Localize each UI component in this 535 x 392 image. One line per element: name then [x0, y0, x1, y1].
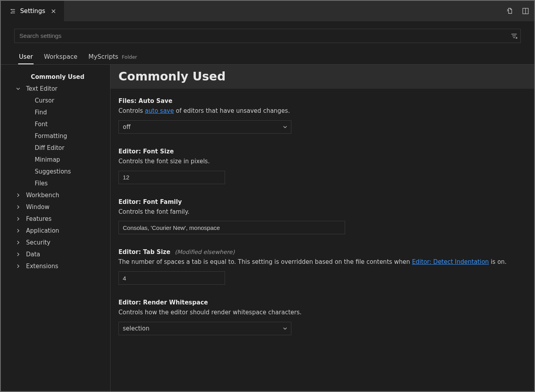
settings-content: User Workspace MyScripts Folder Commonly…: [1, 22, 534, 391]
search-input[interactable]: [14, 29, 521, 43]
toc-suggestions[interactable]: Suggestions: [1, 166, 110, 177]
setting-title: Editor: Render Whitespace: [118, 299, 526, 306]
scope-folder-suffix: Folder: [122, 54, 137, 60]
open-settings-json-icon[interactable]: [504, 6, 515, 17]
toc-find[interactable]: Find: [1, 106, 110, 118]
chevron-right-icon: [15, 263, 21, 269]
toc-application[interactable]: Application: [1, 225, 110, 237]
toc-label: Features: [26, 215, 52, 222]
detect-indentation-link[interactable]: Editor: Detect Indentation: [412, 258, 489, 265]
setting-description: Controls auto save of editors that have …: [118, 107, 526, 116]
setting-description: The number of spaces a tab is equal to. …: [118, 258, 526, 267]
setting-editor-fontfamily: Editor: Font Family Controls the font fa…: [111, 198, 534, 249]
modified-elsewhere-note: (Modified elsewhere): [175, 249, 235, 255]
search-settings: [14, 29, 521, 43]
section-title: Commonly Used: [118, 69, 526, 83]
fontfamily-input[interactable]: [118, 221, 345, 234]
setting-description: Controls the font size in pixels.: [118, 157, 526, 166]
chevron-right-icon: [15, 228, 21, 234]
toc-text-editor[interactable]: Text Editor: [1, 83, 110, 95]
toc-label: Window: [26, 203, 49, 211]
autosave-select-value: off: [118, 120, 291, 134]
setting-files-autosave: Files: Auto Save Controls auto save of e…: [111, 97, 534, 148]
toc-commonly-used[interactable]: Commonly Used: [1, 71, 110, 83]
chevron-right-icon: [15, 192, 21, 198]
chevron-right-icon: [15, 204, 21, 210]
settings-pane: Commonly Used Files: Auto Save Controls …: [111, 65, 534, 391]
toc-label: Text Editor: [26, 85, 58, 92]
toc-label: Security: [26, 239, 51, 246]
toc-label: Data: [26, 251, 40, 258]
settings-file-icon: [9, 8, 16, 15]
toc-cursor[interactable]: Cursor: [1, 95, 110, 106]
autosave-select[interactable]: off: [118, 120, 291, 134]
scope-tabs: User Workspace MyScripts Folder: [1, 43, 534, 65]
scope-user[interactable]: User: [18, 52, 34, 64]
setting-title: Files: Auto Save: [118, 97, 526, 105]
toc-diff-editor[interactable]: Diff Editor: [1, 142, 110, 154]
toc-security[interactable]: Security: [1, 237, 110, 248]
scope-folder-name: MyScripts: [88, 53, 118, 60]
toc-formatting[interactable]: Formatting: [1, 130, 110, 142]
tab-settings[interactable]: Settings: [1, 1, 64, 21]
scope-folder[interactable]: MyScripts Folder: [88, 52, 138, 64]
chevron-right-icon: [15, 251, 21, 258]
toc-data[interactable]: Data: [1, 248, 110, 260]
fontsize-input[interactable]: [118, 171, 225, 184]
setting-editor-fontsize: Editor: Font Size Controls the font size…: [111, 148, 534, 198]
toc-features[interactable]: Features: [1, 213, 110, 225]
app-root: Settings: [0, 0, 535, 392]
toc-label: Workbench: [26, 192, 59, 199]
toc-minimap[interactable]: Minimap: [1, 154, 110, 166]
setting-title: Editor: Tab Size (Modified elsewhere): [118, 248, 526, 256]
whitespace-select[interactable]: selection: [118, 322, 291, 335]
setting-title: Editor: Font Family: [118, 198, 526, 205]
setting-description: Controls the font family.: [118, 208, 526, 217]
svg-point-4: [11, 13, 11, 13]
chevron-right-icon: [15, 216, 21, 222]
filter-icon[interactable]: [511, 32, 518, 39]
close-icon[interactable]: [50, 8, 57, 15]
toc-files[interactable]: Files: [1, 177, 110, 189]
tabsize-input[interactable]: [118, 271, 225, 285]
section-header: Commonly Used: [111, 65, 534, 89]
setting-editor-renderwhitespace: Editor: Render Whitespace Controls how t…: [111, 299, 534, 349]
toc-window[interactable]: Window: [1, 201, 110, 213]
tabbar-actions: [504, 1, 534, 21]
editor-tabbar: Settings: [1, 1, 534, 22]
toc-label: Application: [26, 227, 59, 234]
setting-title: Editor: Font Size: [118, 148, 526, 155]
setting-editor-tabsize: Editor: Tab Size (Modified elsewhere) Th…: [111, 248, 534, 299]
chevron-right-icon: [15, 239, 21, 246]
svg-point-3: [11, 9, 11, 9]
whitespace-select-value: selection: [118, 322, 291, 335]
toc-label: Extensions: [26, 263, 58, 270]
settings-toc: Commonly Used Text Editor Cursor Find Fo…: [1, 65, 111, 391]
chevron-down-icon: [15, 86, 21, 92]
setting-description: Controls how the editor should render wh…: [118, 308, 526, 317]
split-editor-icon[interactable]: [520, 6, 531, 17]
toc-extensions[interactable]: Extensions: [1, 260, 110, 272]
tab-title: Settings: [20, 7, 45, 15]
toc-font[interactable]: Font: [1, 118, 110, 130]
toc-workbench[interactable]: Workbench: [1, 189, 110, 201]
scope-workspace[interactable]: Workspace: [43, 52, 78, 64]
autosave-doc-link[interactable]: auto save: [145, 107, 174, 114]
